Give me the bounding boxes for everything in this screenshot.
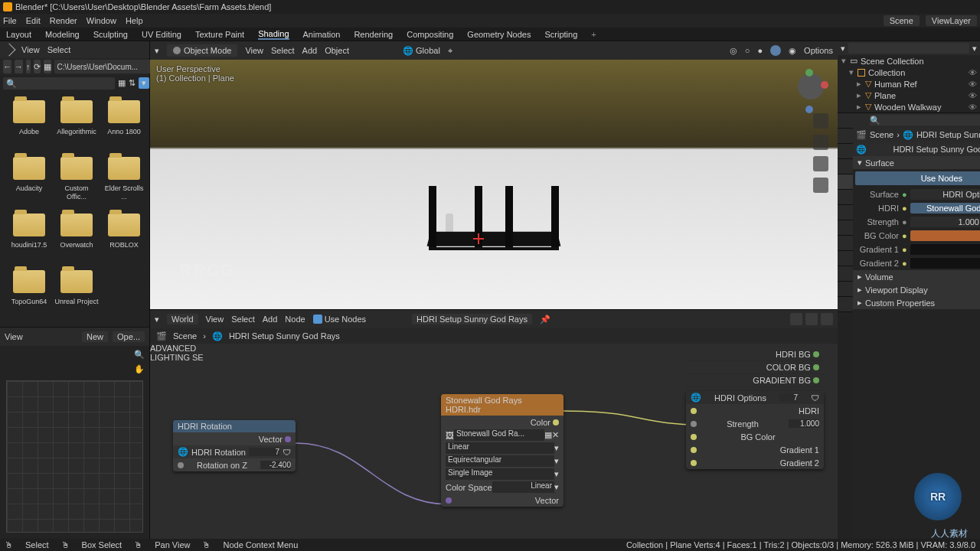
tab-uv[interactable]: UV Editing bbox=[142, 30, 181, 39]
tab-mesh[interactable] bbox=[838, 266, 853, 282]
strength-field[interactable] bbox=[789, 419, 819, 428]
world-datablock[interactable]: World bbox=[167, 314, 198, 324]
shader-socket[interactable] bbox=[813, 377, 819, 383]
node-select[interactable]: Select bbox=[231, 315, 255, 324]
menu-help[interactable]: Help bbox=[126, 16, 143, 25]
tab-sculpting[interactable]: Sculpting bbox=[93, 30, 128, 39]
tab-geometry[interactable]: Geometry Nodes bbox=[467, 30, 531, 39]
color-socket[interactable] bbox=[553, 419, 559, 425]
folder-item[interactable]: ROBLOX bbox=[101, 210, 147, 264]
hdri-field[interactable]: Stonewall God Rays H bbox=[910, 203, 980, 214]
info-view[interactable]: View bbox=[21, 45, 40, 54]
panel-volume[interactable]: ▸Volume bbox=[853, 270, 980, 283]
tab-animation[interactable]: Animation bbox=[303, 30, 341, 39]
users-field[interactable] bbox=[249, 448, 279, 456]
node-slot[interactable]: HDRI Setup Sunny God Rays bbox=[412, 314, 532, 324]
use-nodes-checkbox[interactable]: Use Nodes bbox=[313, 315, 366, 324]
color-socket[interactable] bbox=[691, 408, 697, 414]
folder-item[interactable]: Audacity bbox=[6, 154, 52, 207]
folder-item[interactable]: Custom Offic... bbox=[54, 154, 100, 207]
folder-item[interactable]: Elder Scrolls ... bbox=[101, 154, 147, 207]
shader-socket[interactable] bbox=[813, 364, 819, 370]
tab-modeling[interactable]: Modeling bbox=[45, 30, 80, 39]
vp-select[interactable]: Select bbox=[271, 46, 295, 55]
browse-icon[interactable]: ▦ bbox=[544, 430, 552, 440]
nav-up-button[interactable]: ↑ bbox=[26, 60, 31, 73]
pan-icon[interactable] bbox=[813, 135, 828, 150]
folder-item[interactable]: Allegorithmic bbox=[54, 97, 100, 151]
vp-object[interactable]: Object bbox=[325, 46, 349, 55]
panel-custom-properties[interactable]: ▸Custom Properties bbox=[853, 296, 980, 309]
shading-wire-icon[interactable]: ○ bbox=[745, 46, 750, 55]
menu-window[interactable]: Window bbox=[87, 16, 116, 25]
tab-scene[interactable] bbox=[838, 159, 853, 174]
tab-layout[interactable]: Layout bbox=[6, 30, 31, 39]
options-label[interactable]: Options bbox=[804, 46, 833, 55]
tab-output[interactable] bbox=[838, 129, 853, 144]
colorspace-select[interactable]: Linear bbox=[492, 481, 554, 493]
shield-icon[interactable]: 🛡 bbox=[283, 448, 291, 457]
scene-selector[interactable]: Scene bbox=[884, 15, 920, 26]
3d-viewport[interactable]: User Perspective (1) Collection | Plane … bbox=[150, 60, 838, 309]
outliner-scene-collection[interactable]: ▾▭Scene Collection bbox=[838, 55, 980, 67]
gradient2-swatch[interactable] bbox=[910, 258, 980, 269]
mode-selector[interactable]: Object Mode bbox=[167, 44, 237, 57]
persp-icon[interactable] bbox=[813, 178, 828, 193]
orientation[interactable]: 🌐 Global bbox=[403, 46, 440, 56]
folder-item[interactable]: Anno 1800 bbox=[101, 97, 147, 151]
tab-material[interactable] bbox=[838, 282, 853, 297]
interpolation-select[interactable]: Linear bbox=[446, 442, 554, 454]
tab-add[interactable]: + bbox=[591, 30, 596, 39]
new-button[interactable]: New bbox=[82, 331, 108, 342]
value-socket[interactable] bbox=[691, 421, 697, 427]
visibility-icon[interactable]: 👁 bbox=[969, 91, 977, 100]
node-hdri-options[interactable]: 🌐HDRI Options🛡 HDRI Strength BG Color Gr… bbox=[686, 391, 824, 469]
outliner[interactable]: ▾ ▾ ▾▭Scene Collection ▾Collection👁 ▸▽Hu… bbox=[838, 41, 980, 112]
node-node[interactable]: Node bbox=[285, 315, 305, 324]
folder-item[interactable]: houdini17.5 bbox=[6, 210, 52, 264]
vector-socket[interactable] bbox=[446, 497, 452, 504]
menu-file[interactable]: File bbox=[3, 16, 17, 25]
outliner-item[interactable]: ▸▽Human Ref👁 bbox=[838, 78, 980, 90]
folder-grid[interactable]: Adobe Allegorithmic Anno 1800 Audacity C… bbox=[0, 91, 149, 327]
open-button[interactable]: Ope... bbox=[113, 331, 145, 342]
zoom-icon[interactable] bbox=[813, 113, 828, 129]
node-environment-texture[interactable]: Stonewall God Rays HDRI.hdr Color 🖼Stone… bbox=[441, 394, 564, 507]
vp-add[interactable]: Add bbox=[302, 46, 318, 55]
projection-select[interactable]: Equirectangular bbox=[446, 455, 554, 467]
snap-icon[interactable] bbox=[805, 313, 818, 325]
nav-fwd-button[interactable]: → bbox=[15, 60, 23, 73]
tab-particles[interactable] bbox=[838, 220, 853, 236]
outliner-editor-icon[interactable]: ▾ bbox=[841, 44, 845, 54]
folder-item[interactable]: TopoGun64 bbox=[6, 267, 52, 321]
editor-type-icon[interactable]: ▾ bbox=[155, 46, 159, 56]
color-socket[interactable] bbox=[691, 460, 697, 466]
rotation-z-field[interactable] bbox=[260, 461, 291, 469]
close-icon[interactable]: ✕ bbox=[552, 430, 559, 440]
panel-surface[interactable]: ▾Surface bbox=[853, 156, 980, 169]
outliner-search[interactable] bbox=[848, 43, 969, 54]
info-select[interactable]: Select bbox=[47, 45, 71, 54]
folder-item[interactable]: Overwatch bbox=[54, 210, 100, 264]
image-selector[interactable]: Stonewall God Ra... bbox=[454, 429, 544, 441]
nav-back-button[interactable]: ← bbox=[3, 60, 11, 73]
file-filter-input[interactable] bbox=[3, 77, 115, 90]
tab-viewlayer[interactable] bbox=[838, 144, 853, 159]
folder-item[interactable]: Adobe bbox=[6, 97, 52, 151]
node-canvas[interactable]: HDRI Rotation Vector 🌐HDRI Rotation🛡 Rot… bbox=[150, 344, 838, 539]
view-label[interactable]: View bbox=[5, 332, 23, 341]
panel-viewport-display[interactable]: ▸Viewport Display bbox=[853, 283, 980, 296]
pin-icon[interactable]: 📌 bbox=[540, 315, 550, 324]
shading-ball-icon[interactable] bbox=[821, 313, 833, 325]
tab-constraint[interactable] bbox=[838, 251, 853, 266]
chevron-icon[interactable] bbox=[3, 44, 16, 57]
outliner-item[interactable]: ▸▽Plane👁 bbox=[838, 90, 980, 101]
tab-rendering[interactable]: Rendering bbox=[354, 30, 393, 39]
nav-refresh-button[interactable]: ⟳ bbox=[34, 60, 41, 73]
snap-icon[interactable]: ⌖ bbox=[448, 46, 452, 56]
shader-socket[interactable] bbox=[813, 351, 819, 357]
users-field[interactable] bbox=[779, 393, 798, 402]
node-view[interactable]: View bbox=[206, 315, 224, 324]
tab-texture[interactable]: Texture Paint bbox=[195, 30, 244, 39]
magnify-icon[interactable]: 🔍 bbox=[134, 350, 145, 360]
